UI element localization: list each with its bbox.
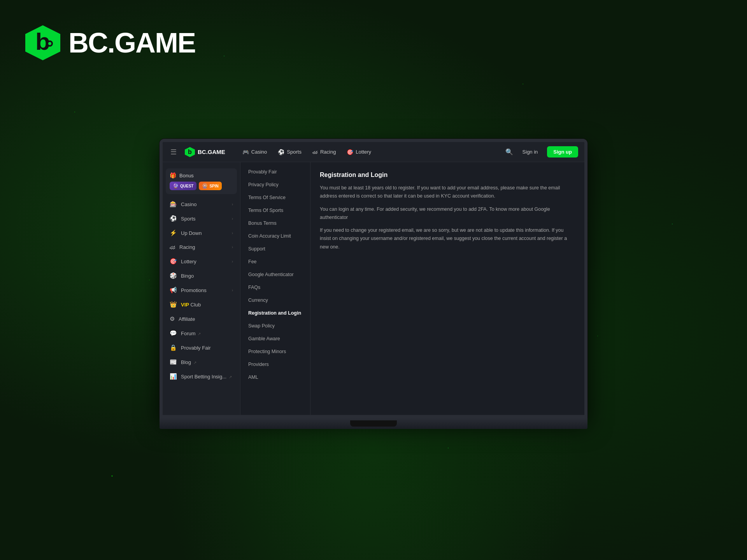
provablyfair-sidebar-icon: 🔒 [170,344,177,351]
casino-nav-icon: 🎮 [242,149,249,155]
sidebar-item-promotions[interactable]: 📢 Promotions › [165,283,238,297]
middle-item-faqs[interactable]: FAQs [242,281,309,294]
middle-item-privacy-policy[interactable]: Privacy Policy [242,178,309,191]
vip-text: VIP [181,302,189,308]
lottery-sidebar-icon: 🎯 [170,258,177,265]
lottery-chevron-icon: › [232,259,233,264]
sidebar-item-casino[interactable]: 🎰 Casino › [165,197,238,211]
sidebar-item-affiliate-left: ⚙ Affiliate [170,315,195,322]
promotions-sidebar-icon: 📢 [170,287,177,294]
sidebar-item-racing-left: 🏎 Racing [170,244,195,250]
sidebar-item-forum[interactable]: 💬 Forum ↗ [165,326,238,340]
content-paragraph-2: You can login at any time. For added sec… [320,205,575,222]
blog-sidebar-icon: 📰 [170,359,177,366]
sidebar-item-forum-left: 💬 Forum ↗ [170,330,201,337]
nav-logo-icon: b [184,147,195,158]
sports-sidebar-label: Sports [181,216,196,222]
middle-item-support[interactable]: Support [242,243,309,255]
casino-nav-label: Casino [251,149,267,155]
laptop-base [160,418,587,429]
outer-logo-icon: b [23,23,62,62]
sidebar-item-casino-left: 🎰 Casino [170,201,196,208]
blog-sidebar-label: Blog ↗ [181,359,196,365]
svg-point-3 [48,42,51,45]
sidebar-item-bingo[interactable]: 🎲 Bingo [165,269,238,283]
bonus-label: Bonus [179,173,194,178]
sidebar-item-affiliate[interactable]: ⚙ Affiliate [165,312,238,326]
content-paragraph-3: If you need to change your registered em… [320,226,575,251]
content-title: Registration and Login [320,172,575,178]
middle-item-fee[interactable]: Fee [242,256,309,268]
middle-item-terms-of-service[interactable]: Terms Of Service [242,191,309,204]
vip-sidebar-label: VIP Club [181,302,201,308]
signin-button[interactable]: Sign in [518,147,543,157]
casino-chevron-icon: › [232,202,233,206]
sidebar-item-blog-left: 📰 Blog ↗ [170,359,196,366]
outer-branding: b BC.GAME [23,23,195,62]
sidebar-item-lottery-left: 🎯 Lottery [170,258,196,265]
spin-icon: 🎡 [202,183,208,189]
racing-nav-icon: 🏎 [312,149,318,155]
content-paragraph-1: You must be at least 18 years old to reg… [320,184,575,201]
sidebar-item-sports[interactable]: ⚽ Sports › [165,212,238,226]
middle-item-coin-accuracy[interactable]: Coin Accuracy Limit [242,230,309,242]
nav-racing[interactable]: 🏎 Racing [308,147,340,158]
club-text: Club [191,302,201,308]
top-nav: ☰ b BC.GAME 🎮 Casino ⚽ Sports 🏎 [163,142,584,162]
search-button[interactable]: 🔍 [505,148,513,156]
lottery-nav-icon: 🎯 [347,149,353,155]
middle-item-swap-policy[interactable]: Swap Policy [242,320,309,332]
sidebar-item-sports-left: ⚽ Sports [170,215,196,222]
bonus-icon: 🎁 [170,172,176,178]
affiliate-sidebar-label: Affiliate [179,316,195,322]
forum-sidebar-icon: 💬 [170,330,177,337]
sportbetting-external-icon: ↗ [229,375,232,379]
sidebar-item-updown[interactable]: ⚡ Up Down › [165,226,238,240]
sidebar-item-vipclub[interactable]: 👑 VIP Club [165,298,238,312]
middle-item-gamble-aware[interactable]: Gamble Aware [242,332,309,345]
middle-item-aml[interactable]: AML [242,371,309,383]
middle-item-terms-of-sports[interactable]: Terms Of Sports [242,204,309,217]
sports-chevron-icon: › [232,217,233,221]
bonus-card: 🎁 Bonus 🔮 QUEST 🎡 SPIN [166,168,237,194]
sidebar-item-sportbetting[interactable]: 📊 Sport Betting Insig... ↗ [165,369,238,383]
quest-badge[interactable]: 🔮 QUEST [170,182,196,190]
sidebar-item-lottery[interactable]: 🎯 Lottery › [165,254,238,268]
nav-links: 🎮 Casino ⚽ Sports 🏎 Racing 🎯 Lottery [238,147,499,158]
casino-sidebar-label: Casino [181,201,196,207]
quest-icon: 🔮 [173,183,179,189]
middle-item-providers[interactable]: Providers [242,358,309,371]
nav-sports[interactable]: ⚽ Sports [273,147,306,158]
middle-item-currency[interactable]: Currency [242,294,309,306]
hamburger-icon[interactable]: ☰ [169,146,178,158]
lottery-sidebar-label: Lottery [181,259,196,264]
forum-sidebar-label: Forum ↗ [181,331,201,336]
updown-sidebar-icon: ⚡ [170,229,177,236]
middle-item-provably-fair[interactable]: Provably Fair [242,166,309,178]
blog-external-icon: ↗ [193,360,196,365]
nav-logo[interactable]: b BC.GAME [184,147,225,158]
laptop-screen: ☰ b BC.GAME 🎮 Casino ⚽ Sports 🏎 [160,139,587,418]
nav-lottery[interactable]: 🎯 Lottery [342,147,376,158]
middle-item-registration[interactable]: Registration and Login [242,307,309,319]
vip-sidebar-icon: 👑 [170,301,177,308]
sidebar-item-provablyfair[interactable]: 🔒 Provably Fair [165,341,238,355]
middle-item-protecting-minors[interactable]: Protecting Minors [242,345,309,358]
content-body: You must be at least 18 years old to reg… [320,184,575,251]
nav-casino[interactable]: 🎮 Casino [238,147,272,158]
racing-sidebar-label: Racing [179,244,195,250]
sidebar-item-racing[interactable]: 🏎 Racing › [165,240,238,254]
sidebar-item-blog[interactable]: 📰 Blog ↗ [165,355,238,369]
racing-chevron-icon: › [232,245,233,249]
updown-sidebar-label: Up Down [181,230,202,236]
sports-sidebar-icon: ⚽ [170,215,177,222]
nav-logo-text: BC.GAME [198,149,225,155]
middle-item-google-auth[interactable]: Google Authenticator [242,268,309,281]
middle-panel: Provably Fair Privacy Policy Terms Of Se… [240,162,310,415]
signup-button[interactable]: Sign up [547,146,578,158]
main-layout: 🎁 Bonus 🔮 QUEST 🎡 SPIN [163,162,584,415]
middle-item-bonus-terms[interactable]: Bonus Terms [242,217,309,229]
laptop-notch [350,420,397,427]
spin-badge[interactable]: 🎡 SPIN [199,182,221,190]
content-panel: Registration and Login You must be at le… [310,162,584,415]
